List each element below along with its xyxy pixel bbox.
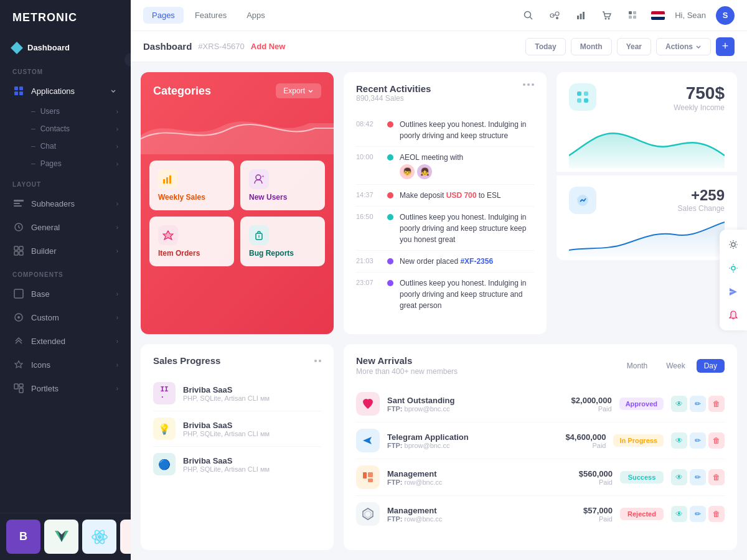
- sidebar-item-general[interactable]: General ›: [0, 215, 131, 239]
- top-navigation: Pages Features Apps Hi, Sean S: [131, 0, 747, 31]
- search-icon[interactable]: [520, 7, 537, 24]
- nav-tab-pages[interactable]: Pages: [143, 7, 184, 24]
- view-button-3[interactable]: 👁: [671, 469, 687, 485]
- svg-rect-3: [19, 91, 23, 95]
- sidebar-dashboard-item[interactable]: Dashboard: [0, 35, 131, 60]
- edit-button-3[interactable]: ✏: [690, 469, 706, 485]
- sidebar-item-extended[interactable]: Extended ›: [0, 329, 131, 353]
- side-settings-icon[interactable]: [723, 235, 743, 254]
- arrival-status-2: In Progress: [613, 434, 664, 447]
- framework-bootstrap[interactable]: B: [6, 520, 40, 554]
- sidebar-item-subheaders[interactable]: Subheaders ›: [0, 192, 131, 215]
- add-new-button[interactable]: Add New: [251, 42, 286, 51]
- sidebar-item-base[interactable]: Base ›: [0, 282, 131, 306]
- svg-point-31: [556, 17, 558, 19]
- sidebar-item-applications[interactable]: Applications: [0, 79, 131, 103]
- side-notification-icon[interactable]: [723, 306, 743, 325]
- edit-button-4[interactable]: ✏: [690, 506, 706, 522]
- side-send-icon[interactable]: [723, 282, 743, 302]
- item-orders-card[interactable]: Item Orders: [149, 217, 234, 266]
- side-gear-icon[interactable]: [723, 258, 743, 278]
- view-button-4[interactable]: 👁: [671, 506, 687, 522]
- weekly-income-amount: 750$: [674, 83, 725, 103]
- arrivals-tab-day[interactable]: Day: [697, 359, 725, 373]
- sidebar-item-pages[interactable]: Pages ›: [31, 155, 131, 172]
- svg-rect-43: [166, 177, 168, 184]
- today-button[interactable]: Today: [525, 38, 565, 55]
- svg-rect-51: [584, 91, 588, 96]
- framework-react[interactable]: [82, 520, 116, 554]
- sales-progress-header: Sales Progress: [153, 355, 321, 366]
- side-icon-panel: [720, 230, 747, 330]
- svg-rect-10: [14, 251, 18, 255]
- activity-row-6: 23:07 Outlines keep you honest. Indulgin…: [356, 273, 534, 316]
- actions-button[interactable]: Actions: [656, 38, 711, 55]
- sidebar-item-portlets[interactable]: Portlets ›: [0, 376, 131, 400]
- progress-logo-3: 🔵: [153, 453, 176, 475]
- sales-progress-menu[interactable]: [314, 360, 321, 362]
- month-button[interactable]: Month: [571, 38, 612, 55]
- apps-grid-icon[interactable]: [625, 7, 641, 24]
- sidebar-item-custom[interactable]: Custom ›: [0, 306, 131, 329]
- svg-rect-18: [19, 388, 23, 393]
- sidebar-section-components: COMPONENTS: [0, 263, 131, 282]
- new-arrivals-card: New Arrivals More than 400+ new members …: [344, 344, 737, 550]
- svg-point-36: [605, 17, 607, 19]
- subheader-actions: Today Month Year Actions +: [525, 37, 735, 56]
- sidebar-item-builder[interactable]: Builder ›: [0, 239, 131, 263]
- cart-icon[interactable]: [599, 7, 615, 24]
- svg-rect-41: [633, 16, 636, 19]
- user-greeting: Hi, Sean: [675, 11, 706, 20]
- svg-rect-52: [577, 98, 581, 103]
- view-button-1[interactable]: 👁: [671, 396, 687, 412]
- nav-tab-apps[interactable]: Apps: [238, 7, 274, 24]
- applications-submenu: Users › Contacts › Chat › Pages ›: [0, 103, 131, 172]
- sidebar-item-icons[interactable]: Icons ›: [0, 353, 131, 376]
- weekly-sales-card[interactable]: Weekly Sales: [149, 161, 234, 210]
- new-users-card[interactable]: + New Users: [240, 161, 325, 210]
- edit-button-1[interactable]: ✏: [690, 396, 706, 412]
- arrival-row-3: Management FTP: row@bnc.cc $560,000 Paid…: [356, 459, 725, 496]
- nav-tab-features[interactable]: Features: [186, 7, 235, 24]
- arrivals-tab-month[interactable]: Month: [619, 359, 655, 373]
- arrivals-tab-week[interactable]: Week: [659, 359, 692, 373]
- delete-button-4[interactable]: 🗑: [708, 506, 725, 522]
- sub-cards-grid: Weekly Sales + New Users Item Orders: [141, 154, 334, 275]
- svg-point-45: [256, 175, 261, 180]
- export-button[interactable]: Export: [276, 83, 321, 98]
- delete-button-2[interactable]: 🗑: [708, 432, 725, 449]
- user-avatar[interactable]: S: [716, 6, 735, 25]
- svg-rect-50: [577, 91, 581, 96]
- framework-vue[interactable]: [44, 520, 78, 554]
- sidebar-item-chat[interactable]: Chat ›: [31, 138, 131, 155]
- arrival-logo-3: [356, 465, 380, 489]
- general-icon: [12, 221, 25, 233]
- activities-menu[interactable]: [523, 83, 534, 86]
- year-button[interactable]: Year: [617, 38, 651, 55]
- framework-angular[interactable]: [120, 520, 131, 554]
- bug-reports-card[interactable]: Bug Reports: [240, 217, 325, 266]
- activity-row-3: 14:37 Make deposit USD 700 to ESL: [356, 185, 534, 207]
- activities-title: Recent Activities: [356, 83, 431, 94]
- svg-point-27: [525, 11, 531, 17]
- chart-icon[interactable]: [573, 7, 589, 24]
- activities-header: Recent Activities 890,344 Sales: [356, 83, 534, 111]
- edit-button-2[interactable]: ✏: [690, 432, 706, 449]
- svg-rect-57: [368, 478, 373, 482]
- activity-row-2: 10:00 AEOL meeting with 👦 👧: [356, 147, 534, 185]
- view-button-2[interactable]: 👁: [671, 432, 687, 449]
- delete-button-3[interactable]: 🗑: [708, 469, 725, 485]
- sidebar: METRONIC Dashboard ‹ CUSTOM Applications…: [0, 0, 131, 560]
- svg-rect-55: [363, 472, 367, 478]
- categories-title: Categories: [153, 85, 211, 98]
- delete-button-1[interactable]: 🗑: [708, 396, 725, 412]
- sidebar-item-users[interactable]: Users ›: [31, 103, 131, 120]
- new-item-button[interactable]: +: [716, 37, 735, 56]
- svg-line-32: [552, 15, 555, 16]
- framework-bar: B: [0, 513, 131, 560]
- grid-icon[interactable]: [547, 7, 563, 24]
- custom-icon: [12, 311, 25, 324]
- sidebar-item-contacts[interactable]: Contacts ›: [31, 120, 131, 138]
- svg-point-61: [731, 266, 735, 270]
- svg-rect-0: [14, 86, 18, 90]
